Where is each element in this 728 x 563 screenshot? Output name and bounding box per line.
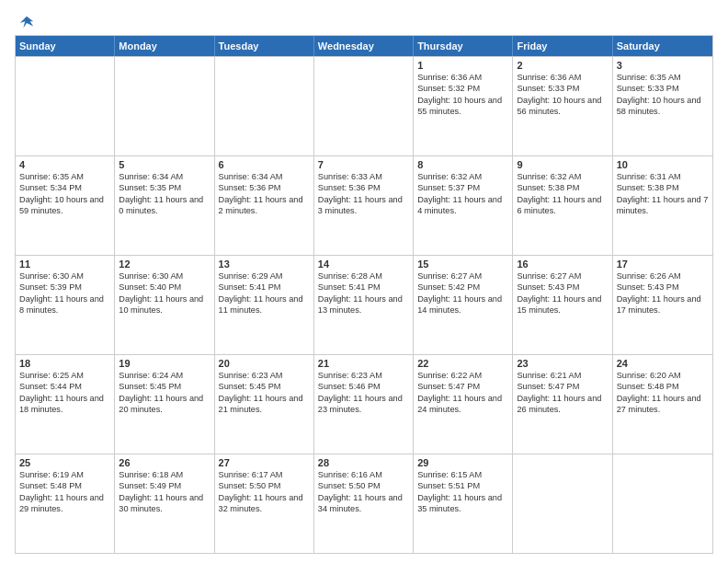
day-info: Sunrise: 6:35 AM Sunset: 5:34 PM Dayligh…	[19, 171, 110, 217]
day-cell-7: 7Sunrise: 6:33 AM Sunset: 5:36 PM Daylig…	[314, 156, 414, 255]
day-info: Sunrise: 6:30 AM Sunset: 5:40 PM Dayligh…	[119, 270, 210, 316]
day-number: 19	[119, 358, 210, 369]
day-info: Sunrise: 6:15 AM Sunset: 5:51 PM Dayligh…	[417, 469, 508, 515]
day-cell-4: 4Sunrise: 6:35 AM Sunset: 5:34 PM Daylig…	[16, 156, 115, 255]
day-number: 9	[517, 159, 608, 170]
day-info: Sunrise: 6:19 AM Sunset: 5:48 PM Dayligh…	[19, 469, 110, 515]
day-cell-3: 3Sunrise: 6:35 AM Sunset: 5:33 PM Daylig…	[613, 57, 712, 155]
day-number: 6	[219, 159, 310, 170]
day-number: 29	[417, 457, 508, 468]
day-info: Sunrise: 6:22 AM Sunset: 5:47 PM Dayligh…	[417, 370, 508, 416]
weekday-header-wednesday: Wednesday	[314, 36, 414, 56]
day-number: 8	[417, 159, 508, 170]
day-cell-10: 10Sunrise: 6:31 AM Sunset: 5:38 PM Dayli…	[613, 156, 712, 255]
day-info: Sunrise: 6:20 AM Sunset: 5:48 PM Dayligh…	[617, 370, 709, 416]
day-number: 3	[617, 60, 709, 71]
day-info: Sunrise: 6:26 AM Sunset: 5:43 PM Dayligh…	[617, 270, 709, 316]
day-info: Sunrise: 6:35 AM Sunset: 5:33 PM Dayligh…	[617, 72, 709, 118]
day-info: Sunrise: 6:32 AM Sunset: 5:37 PM Dayligh…	[417, 171, 508, 217]
day-info: Sunrise: 6:24 AM Sunset: 5:45 PM Dayligh…	[119, 370, 210, 416]
day-number: 10	[617, 159, 709, 170]
day-cell-22: 22Sunrise: 6:22 AM Sunset: 5:47 PM Dayli…	[414, 355, 513, 454]
day-cell-14: 14Sunrise: 6:28 AM Sunset: 5:41 PM Dayli…	[314, 256, 414, 354]
day-info: Sunrise: 6:27 AM Sunset: 5:43 PM Dayligh…	[517, 270, 608, 316]
day-cell-11: 11Sunrise: 6:30 AM Sunset: 5:39 PM Dayli…	[16, 256, 115, 354]
day-number: 7	[318, 159, 409, 170]
day-cell-9: 9Sunrise: 6:32 AM Sunset: 5:38 PM Daylig…	[513, 156, 612, 255]
calendar-row-5: 25Sunrise: 6:19 AM Sunset: 5:48 PM Dayli…	[16, 454, 712, 553]
day-number: 15	[417, 259, 508, 270]
empty-cell	[314, 57, 414, 155]
day-number: 20	[219, 358, 310, 369]
day-number: 14	[318, 259, 409, 270]
day-info: Sunrise: 6:23 AM Sunset: 5:45 PM Dayligh…	[219, 370, 310, 416]
day-number: 1	[417, 60, 508, 71]
day-info: Sunrise: 6:32 AM Sunset: 5:38 PM Dayligh…	[517, 171, 608, 217]
calendar-body: 1Sunrise: 6:36 AM Sunset: 5:32 PM Daylig…	[16, 56, 712, 553]
day-cell-24: 24Sunrise: 6:20 AM Sunset: 5:48 PM Dayli…	[613, 355, 712, 454]
day-info: Sunrise: 6:34 AM Sunset: 5:36 PM Dayligh…	[219, 171, 310, 217]
day-cell-17: 17Sunrise: 6:26 AM Sunset: 5:43 PM Dayli…	[613, 256, 712, 354]
day-number: 18	[19, 358, 110, 369]
day-cell-18: 18Sunrise: 6:25 AM Sunset: 5:44 PM Dayli…	[16, 355, 115, 454]
day-number: 5	[119, 159, 210, 170]
day-number: 2	[517, 60, 608, 71]
day-cell-28: 28Sunrise: 6:16 AM Sunset: 5:50 PM Dayli…	[314, 454, 414, 553]
day-info: Sunrise: 6:31 AM Sunset: 5:38 PM Dayligh…	[617, 171, 709, 217]
day-info: Sunrise: 6:23 AM Sunset: 5:46 PM Dayligh…	[318, 370, 409, 416]
day-cell-5: 5Sunrise: 6:34 AM Sunset: 5:35 PM Daylig…	[115, 156, 214, 255]
weekday-header-friday: Friday	[513, 36, 612, 56]
header	[15, 15, 713, 28]
day-info: Sunrise: 6:36 AM Sunset: 5:32 PM Dayligh…	[417, 72, 508, 118]
day-info: Sunrise: 6:17 AM Sunset: 5:50 PM Dayligh…	[219, 469, 310, 515]
day-cell-19: 19Sunrise: 6:24 AM Sunset: 5:45 PM Dayli…	[115, 355, 214, 454]
weekday-header-saturday: Saturday	[613, 36, 712, 56]
logo-bird-icon	[18, 15, 35, 31]
day-info: Sunrise: 6:16 AM Sunset: 5:50 PM Dayligh…	[318, 469, 409, 515]
day-number: 17	[617, 259, 709, 270]
day-cell-6: 6Sunrise: 6:34 AM Sunset: 5:36 PM Daylig…	[215, 156, 314, 255]
empty-cell	[16, 57, 115, 155]
day-cell-1: 1Sunrise: 6:36 AM Sunset: 5:32 PM Daylig…	[414, 57, 513, 155]
day-info: Sunrise: 6:34 AM Sunset: 5:35 PM Dayligh…	[119, 171, 210, 217]
day-cell-23: 23Sunrise: 6:21 AM Sunset: 5:47 PM Dayli…	[513, 355, 612, 454]
day-cell-26: 26Sunrise: 6:18 AM Sunset: 5:49 PM Dayli…	[115, 454, 214, 553]
calendar-row-2: 4Sunrise: 6:35 AM Sunset: 5:34 PM Daylig…	[16, 155, 712, 255]
calendar: SundayMondayTuesdayWednesdayThursdayFrid…	[15, 35, 713, 554]
svg-marker-0	[20, 17, 33, 29]
day-number: 28	[318, 457, 409, 468]
day-cell-13: 13Sunrise: 6:29 AM Sunset: 5:41 PM Dayli…	[215, 256, 314, 354]
day-cell-8: 8Sunrise: 6:32 AM Sunset: 5:37 PM Daylig…	[414, 156, 513, 255]
calendar-row-3: 11Sunrise: 6:30 AM Sunset: 5:39 PM Dayli…	[16, 255, 712, 354]
day-number: 23	[517, 358, 608, 369]
day-info: Sunrise: 6:30 AM Sunset: 5:39 PM Dayligh…	[19, 270, 110, 316]
day-number: 13	[219, 259, 310, 270]
day-number: 25	[19, 457, 110, 468]
day-cell-21: 21Sunrise: 6:23 AM Sunset: 5:46 PM Dayli…	[314, 355, 414, 454]
day-info: Sunrise: 6:29 AM Sunset: 5:41 PM Dayligh…	[219, 270, 310, 316]
day-info: Sunrise: 6:25 AM Sunset: 5:44 PM Dayligh…	[19, 370, 110, 416]
day-number: 16	[517, 259, 608, 270]
day-info: Sunrise: 6:36 AM Sunset: 5:33 PM Dayligh…	[517, 72, 608, 118]
weekday-header-tuesday: Tuesday	[215, 36, 314, 56]
calendar-row-4: 18Sunrise: 6:25 AM Sunset: 5:44 PM Dayli…	[16, 354, 712, 454]
day-number: 26	[119, 457, 210, 468]
day-number: 11	[19, 259, 110, 270]
day-cell-29: 29Sunrise: 6:15 AM Sunset: 5:51 PM Dayli…	[414, 454, 513, 553]
day-info: Sunrise: 6:18 AM Sunset: 5:49 PM Dayligh…	[119, 469, 210, 515]
empty-cell	[115, 57, 214, 155]
day-cell-25: 25Sunrise: 6:19 AM Sunset: 5:48 PM Dayli…	[16, 454, 115, 553]
page: SundayMondayTuesdayWednesdayThursdayFrid…	[0, 0, 728, 563]
day-number: 24	[617, 358, 709, 369]
day-info: Sunrise: 6:21 AM Sunset: 5:47 PM Dayligh…	[517, 370, 608, 416]
weekday-header-thursday: Thursday	[414, 36, 513, 56]
day-number: 22	[417, 358, 508, 369]
day-cell-2: 2Sunrise: 6:36 AM Sunset: 5:33 PM Daylig…	[513, 57, 612, 155]
calendar-row-1: 1Sunrise: 6:36 AM Sunset: 5:32 PM Daylig…	[16, 56, 712, 155]
empty-cell	[215, 57, 314, 155]
logo	[15, 15, 35, 28]
day-cell-27: 27Sunrise: 6:17 AM Sunset: 5:50 PM Dayli…	[215, 454, 314, 553]
day-info: Sunrise: 6:27 AM Sunset: 5:42 PM Dayligh…	[417, 270, 508, 316]
calendar-header: SundayMondayTuesdayWednesdayThursdayFrid…	[16, 36, 712, 56]
day-cell-15: 15Sunrise: 6:27 AM Sunset: 5:42 PM Dayli…	[414, 256, 513, 354]
